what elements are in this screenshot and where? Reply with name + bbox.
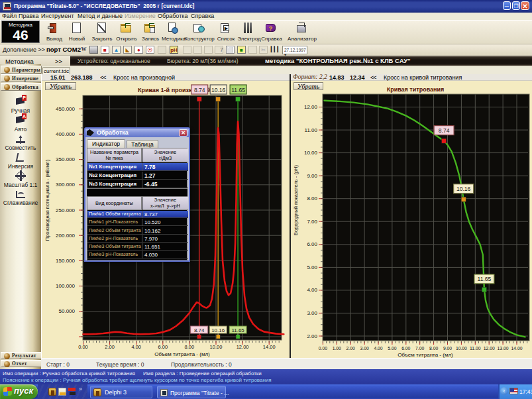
svg-text:9.00: 9.00	[307, 173, 317, 179]
svg-text:0.00: 0.00	[319, 346, 327, 351]
svg-text:8.74: 8.74	[439, 127, 450, 134]
svg-text:100.000: 100.000	[56, 283, 75, 289]
svg-text:12.00: 12.00	[237, 344, 249, 350]
svg-text:11.00: 11.00	[470, 346, 481, 351]
svg-text:2.00: 2.00	[346, 346, 355, 351]
svg-text:6.00: 6.00	[158, 344, 168, 350]
svg-text:12.00: 12.00	[484, 346, 495, 351]
svg-text:0.00: 0.00	[78, 344, 88, 350]
svg-text:450.000: 450.000	[56, 106, 75, 112]
svg-text:Объем титранта - (мл): Объем титранта - (мл)	[398, 352, 453, 358]
svg-text:8.00: 8.00	[307, 196, 317, 201]
svg-text:Производная потенциала - (мВ/: Производная потенциала - (мВ/мл)	[44, 159, 50, 241]
svg-text:6.00: 6.00	[307, 241, 317, 247]
svg-text:11.65: 11.65	[231, 327, 244, 333]
svg-text:6.00: 6.00	[401, 346, 410, 351]
svg-text:11.65: 11.65	[231, 87, 245, 93]
svg-text:8.00: 8.00	[429, 346, 438, 351]
svg-text:350.000: 350.000	[56, 156, 75, 162]
svg-text:200.000: 200.000	[56, 233, 75, 239]
svg-text:4.00: 4.00	[131, 344, 141, 350]
svg-text:10.16: 10.16	[211, 327, 225, 333]
svg-text:10.00: 10.00	[456, 346, 467, 351]
svg-text:8.74: 8.74	[194, 87, 205, 93]
svg-text:5.00: 5.00	[388, 346, 396, 351]
svg-text:50.000: 50.000	[59, 308, 76, 314]
svg-text:7.00: 7.00	[307, 219, 317, 225]
svg-text:10.16: 10.16	[456, 186, 471, 192]
svg-text:2.00: 2.00	[105, 344, 115, 350]
svg-text:8.00: 8.00	[185, 344, 195, 350]
svg-text:9.00: 9.00	[443, 346, 452, 351]
svg-text:10.00: 10.00	[210, 344, 223, 350]
svg-text:10.16: 10.16	[211, 87, 226, 93]
svg-text:8.74: 8.74	[194, 327, 205, 333]
svg-text:11.00: 11.00	[305, 127, 318, 133]
svg-text:300.000: 300.000	[56, 182, 75, 188]
svg-text:3.00: 3.00	[360, 346, 368, 351]
svg-text:5.00: 5.00	[307, 264, 317, 270]
svg-text:14.00: 14.00	[263, 344, 276, 350]
svg-text:3.00: 3.00	[307, 310, 317, 316]
svg-text:Кривая титрования: Кривая титрования	[387, 86, 445, 93]
svg-text:2.00: 2.00	[307, 333, 317, 339]
svg-text:7.00: 7.00	[415, 346, 424, 351]
svg-text:4.00: 4.00	[307, 287, 317, 293]
svg-text:14.00: 14.00	[511, 346, 522, 351]
svg-text:1.00: 1.00	[333, 346, 341, 351]
svg-text:11.65: 11.65	[478, 276, 492, 282]
svg-text:4.00: 4.00	[374, 346, 382, 351]
svg-text:12.00: 12.00	[304, 104, 318, 110]
svg-text:13.00: 13.00	[498, 346, 509, 351]
svg-text:Водородный показатель - (рН): Водородный показатель - (рН)	[293, 165, 299, 235]
svg-text:400.000: 400.000	[56, 131, 75, 137]
svg-text:150.000: 150.000	[56, 258, 75, 264]
svg-text:250.000: 250.000	[56, 207, 75, 213]
svg-text:Объем титранта - (мл): Объем титранта - (мл)	[154, 351, 210, 357]
svg-text:10.00: 10.00	[304, 150, 318, 156]
